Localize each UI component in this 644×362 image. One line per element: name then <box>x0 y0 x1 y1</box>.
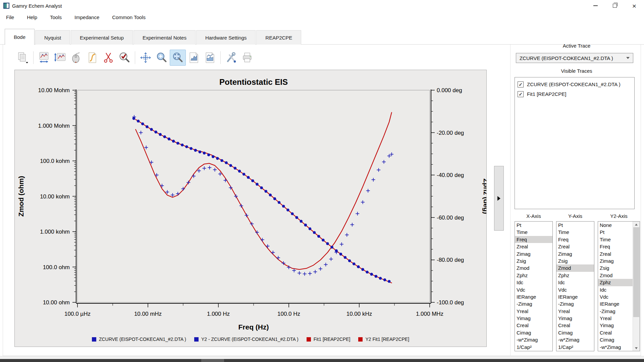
axis-option[interactable]: Idc <box>598 286 633 293</box>
trace-checkbox[interactable]: ✓ <box>518 91 524 97</box>
visible-trace-item[interactable]: ✓Fit1 [REAP2CPE] <box>518 89 632 99</box>
axis-option[interactable]: IERange <box>598 300 633 307</box>
axis-option[interactable]: Time <box>515 229 552 236</box>
visible-traces-label: Visible Traces <box>512 68 641 74</box>
axis-option[interactable]: Zsig <box>515 257 552 264</box>
axis-option[interactable]: Cimag <box>556 329 594 336</box>
close-button[interactable]: × <box>625 0 644 11</box>
restore-button[interactable] <box>605 0 625 11</box>
trace-checkbox[interactable]: ✓ <box>518 81 524 87</box>
axis-option[interactable]: Zmod <box>598 272 633 279</box>
axis-option[interactable]: Zreal <box>515 243 552 250</box>
axis-option[interactable]: 1/Cap² <box>556 344 594 351</box>
tab-experimental-setup[interactable]: Experimental Setup <box>71 30 133 45</box>
menu-item-impedance[interactable]: Impedance <box>68 12 106 22</box>
graph-report-button[interactable] <box>186 50 202 66</box>
autoscale-y-button[interactable] <box>52 50 68 66</box>
autoscale-x-button[interactable] <box>36 50 52 66</box>
taskbar[interactable] <box>0 359 644 362</box>
axis-option[interactable]: IERange <box>556 293 594 300</box>
axis-option[interactable]: Yimag <box>515 315 552 322</box>
print-button[interactable] <box>239 50 255 66</box>
menu-item-file[interactable]: File <box>0 12 21 22</box>
axis-option[interactable]: -w*Zimag <box>598 344 633 351</box>
axis-option[interactable]: Freq <box>515 236 552 243</box>
svg-text:-60.00 deg: -60.00 deg <box>437 215 464 221</box>
axis-option[interactable]: -w*Zimag <box>556 336 594 343</box>
axis-option[interactable]: Pt <box>515 222 552 229</box>
tab-hardware-settings[interactable]: Hardware Settings <box>196 30 256 45</box>
axis-option[interactable]: Cimag <box>515 329 552 336</box>
tab-experimental-notes[interactable]: Experimental Notes <box>133 30 196 45</box>
tab-reap2cpe[interactable]: REAP2CPE <box>256 30 301 45</box>
legend-label: Y2 - ZCURVE (EISPOT-COKECAN1_#2.DTA ) <box>201 337 299 342</box>
axis-option[interactable]: Vdc <box>556 286 594 293</box>
axis-option[interactable]: Yreal <box>598 315 633 322</box>
axis-option[interactable]: Freq <box>598 243 633 250</box>
axis-option[interactable]: Creal <box>598 329 633 336</box>
pan-button[interactable] <box>138 50 154 66</box>
accept-fit-button[interactable] <box>116 50 132 66</box>
axis-option[interactable]: Zmod <box>556 264 594 272</box>
active-trace-dropdown[interactable]: ZCURVE (EISPOT-COKECAN1_#2.DTA ) <box>516 53 633 63</box>
menu-item-tools[interactable]: Tools <box>44 12 68 22</box>
curve-fit-button[interactable] <box>84 50 100 66</box>
axis-option[interactable]: Zreal <box>556 243 594 250</box>
axis-option[interactable]: 1/Cap² <box>515 344 552 351</box>
axis-option[interactable]: Vdc <box>598 293 633 300</box>
copy-pages-button[interactable] <box>15 50 31 66</box>
axis-option[interactable]: 1/Cap² <box>598 351 633 351</box>
axis-option[interactable]: IERange <box>515 293 552 300</box>
axis-option[interactable]: Zimag <box>556 250 594 257</box>
minimize-button[interactable] <box>586 0 605 11</box>
axis-option[interactable]: Time <box>598 236 633 243</box>
axis-option[interactable]: Pt <box>598 229 633 236</box>
axis-option[interactable]: Vdc <box>515 286 552 293</box>
axis-option[interactable]: Creal <box>556 322 594 329</box>
zoom-box-button[interactable] <box>170 50 186 66</box>
scrollbar-thumb[interactable] <box>633 227 639 317</box>
bode-chart[interactable]: Potentiostatic EIS10.00 Mohm1.000 Mohm10… <box>15 70 486 347</box>
axis-option[interactable]: Zphz <box>598 279 633 286</box>
axis-option[interactable]: Time <box>556 229 594 236</box>
axis-option[interactable]: Yimag <box>556 315 594 322</box>
axis-option[interactable]: Zphz <box>556 272 594 279</box>
graph-report-icon <box>188 52 200 64</box>
menu-item-common-tools[interactable]: Common Tools <box>106 12 152 22</box>
mouse-drag-button[interactable] <box>68 50 84 66</box>
axis-option[interactable]: Yimag <box>598 322 633 329</box>
axis-option[interactable]: Zphz <box>515 272 552 279</box>
axis-option[interactable]: Zsig <box>598 264 633 272</box>
axis-option[interactable]: -Zimag <box>556 300 594 307</box>
axis-option[interactable]: Yreal <box>556 308 594 315</box>
axis-option[interactable]: -w*Zimag <box>515 336 552 343</box>
axis-option[interactable]: Cimag <box>598 336 633 343</box>
axis-option[interactable]: Idc <box>515 279 552 286</box>
axis-option[interactable]: -Zimag <box>515 300 552 307</box>
axis-option[interactable]: Zsig <box>556 257 594 264</box>
tab-bode[interactable]: Bode <box>5 29 35 45</box>
axis-option[interactable]: None <box>598 222 633 229</box>
axis-option[interactable]: Pt <box>556 222 594 229</box>
graph-report-2-button[interactable] <box>202 50 218 66</box>
scroll-up-icon[interactable] <box>633 222 640 227</box>
cut-button[interactable] <box>100 50 116 66</box>
axis-option[interactable]: Zreal <box>598 250 633 257</box>
menu-item-help[interactable]: Help <box>21 12 44 22</box>
axis-option[interactable]: Idc <box>556 279 594 286</box>
curve-fit-icon <box>86 52 98 64</box>
scroll-down-icon[interactable] <box>633 345 640 351</box>
axis-option[interactable]: Zmod <box>515 264 552 272</box>
axis-option[interactable]: -Zimag <box>598 308 633 315</box>
scrollbar[interactable] <box>633 222 640 351</box>
axis-option[interactable]: Freq <box>556 236 594 243</box>
panel-collapse-button[interactable] <box>494 166 504 231</box>
zoom-in-button[interactable] <box>154 50 170 66</box>
tab-nyquist[interactable]: Nyquist <box>35 30 70 45</box>
visible-trace-item[interactable]: ✓ZCURVE (EISPOT-COKECAN1_#2.DTA ) <box>518 79 632 89</box>
tools-options-button[interactable] <box>223 50 239 66</box>
axis-option[interactable]: Yreal <box>515 308 552 315</box>
axis-option[interactable]: Zimag <box>515 250 552 257</box>
axis-option[interactable]: Creal <box>515 322 552 329</box>
axis-option[interactable]: Zimag <box>598 257 633 264</box>
